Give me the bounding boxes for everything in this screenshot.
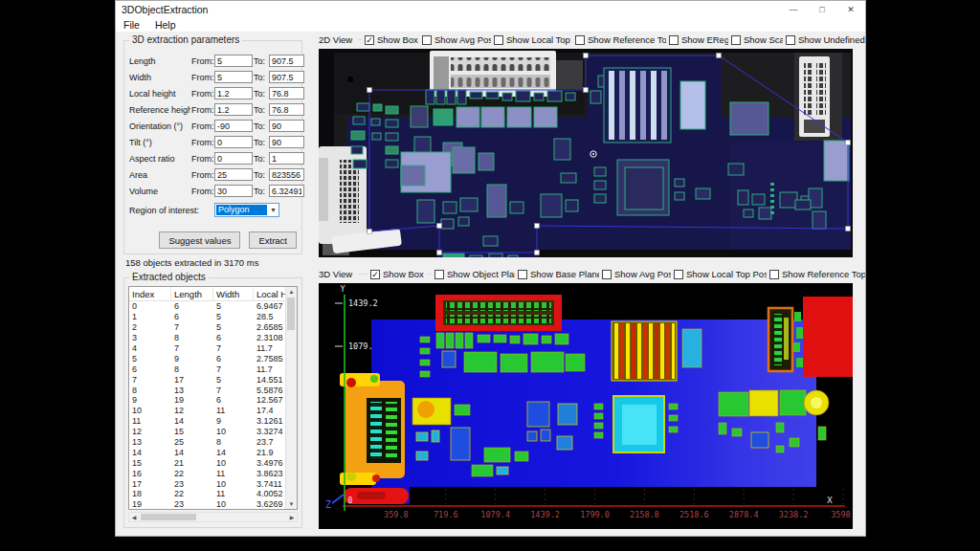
column-header[interactable]: Local H xyxy=(254,287,286,300)
table-row[interactable]: 3862.3108 xyxy=(129,333,297,343)
table-row[interactable]: 1325823.7 xyxy=(129,437,297,448)
checkbox-unchecked-icon[interactable] xyxy=(674,270,683,279)
menu-item-help[interactable]: Help xyxy=(147,19,184,31)
table-row[interactable]: 1923103.6269 xyxy=(129,499,297,510)
table-cell: 7 xyxy=(129,375,171,385)
cyan-chip-3d xyxy=(613,396,664,452)
extract-button[interactable]: Extract xyxy=(249,231,297,249)
checkbox-show-reference-top-pos[interactable]: Show Reference Top Pos. xyxy=(767,267,866,281)
column-header[interactable]: Length xyxy=(171,287,213,300)
close-button[interactable]: ✕ xyxy=(836,1,865,17)
checkbox-unchecked-icon[interactable] xyxy=(731,35,741,45)
param-from-input[interactable] xyxy=(214,185,253,197)
3d-view-canvas[interactable]: 359.8719.61079.41439.21799.02158.82518.6… xyxy=(319,283,853,529)
table-row[interactable]: 68711.7 xyxy=(129,364,297,374)
checkbox-show-undefined[interactable]: Show Undefined xyxy=(783,33,866,47)
checkbox-unchecked-icon[interactable] xyxy=(518,270,527,279)
param-label: Reference height xyxy=(129,105,190,115)
checkbox-unchecked-icon[interactable] xyxy=(786,35,795,45)
param-to-input[interactable] xyxy=(269,185,304,197)
to-label: To: xyxy=(253,56,269,66)
table-row[interactable]: 10121117.4 xyxy=(129,406,297,416)
param-from-input[interactable] xyxy=(214,120,253,132)
checkbox-checked-icon[interactable]: ✓ xyxy=(365,35,374,45)
table-row[interactable]: 919612.567 xyxy=(129,395,297,406)
table-row[interactable]: 717514.551 xyxy=(129,374,297,385)
table-row[interactable]: 1723103.7411 xyxy=(129,478,297,489)
checkbox-unchecked-icon[interactable] xyxy=(602,270,612,279)
param-to-input[interactable] xyxy=(269,120,304,132)
param-from-input[interactable] xyxy=(214,71,253,83)
param-row: Reference heightFrom:To: xyxy=(129,101,299,118)
origin-label: 0 xyxy=(348,496,353,505)
roi-dropdown[interactable]: Polygon ▼ xyxy=(214,203,279,217)
scroll-up-icon[interactable]: ▲ xyxy=(286,287,297,297)
param-from-input[interactable] xyxy=(214,55,253,67)
checkbox-show-box[interactable]: ✓Show Box xyxy=(368,267,427,281)
param-label: Local height xyxy=(129,89,190,99)
table-cell: 18 xyxy=(129,489,171,498)
button-row: Suggest values Extract xyxy=(159,231,297,249)
param-to-input[interactable] xyxy=(269,152,304,165)
checkbox-unchecked-icon[interactable] xyxy=(575,35,585,45)
checkbox-unchecked-icon[interactable] xyxy=(494,35,503,45)
vertical-scrollbar[interactable]: ▲ ▼ xyxy=(285,287,297,509)
checkbox-show-local-top-pos[interactable]: Show Local Top Pos. xyxy=(671,267,774,281)
table-row[interactable]: 1215103.3274 xyxy=(129,427,297,437)
param-from-input[interactable] xyxy=(214,152,253,165)
table-row[interactable]: 0656.9467 xyxy=(129,301,297,312)
param-from-input[interactable] xyxy=(214,136,253,148)
param-from-input[interactable] xyxy=(214,168,253,181)
2d-view-canvas[interactable] xyxy=(319,49,853,257)
param-from-input[interactable] xyxy=(214,103,253,116)
checkbox-unchecked-icon[interactable] xyxy=(422,35,432,45)
menu-item-file[interactable]: File xyxy=(116,19,147,31)
checkbox-show-object-plane[interactable]: Show Object Plane xyxy=(432,267,527,281)
x-axis-tick-label: 3238.2 xyxy=(779,510,809,519)
maximize-button[interactable]: □ xyxy=(808,1,836,17)
vertical-scrollbar-thumb[interactable] xyxy=(287,298,295,330)
dvi-connector-3d xyxy=(340,373,405,485)
checkbox-show-box[interactable]: ✓Show Box xyxy=(362,33,421,47)
column-header[interactable]: Index xyxy=(129,287,171,300)
minimize-button[interactable]: — xyxy=(779,1,808,17)
table-row[interactable]: 81375.5876 xyxy=(129,385,297,395)
scroll-left-icon[interactable]: ◀ xyxy=(129,514,139,520)
param-to-input[interactable] xyxy=(269,71,304,83)
checkbox-show-base-plane[interactable]: Show Base Plane xyxy=(515,267,605,281)
param-row: WidthFrom:To: xyxy=(129,69,299,85)
param-to-input[interactable] xyxy=(269,87,304,99)
from-label: From: xyxy=(190,121,214,131)
chevron-down-icon[interactable]: ▼ xyxy=(268,207,278,213)
checkbox-unchecked-icon[interactable] xyxy=(669,35,679,45)
checkbox-unchecked-icon[interactable] xyxy=(434,270,444,279)
x-axis-tick-label: 1439.2 xyxy=(530,510,560,519)
horizontal-scrollbar-thumb[interactable] xyxy=(141,514,196,520)
checkbox-label: Show Reference Top Pos. xyxy=(782,269,866,279)
scroll-down-icon[interactable]: ▼ xyxy=(286,499,297,509)
table-cell: 5 xyxy=(213,301,254,311)
table-row[interactable]: 1521103.4976 xyxy=(129,457,297,468)
checkbox-checked-icon[interactable]: ✓ xyxy=(370,270,380,279)
suggest-values-button[interactable]: Suggest values xyxy=(159,231,240,249)
column-header[interactable]: Width xyxy=(213,287,254,300)
table-row[interactable]: 2752.6585 xyxy=(129,322,297,333)
table-row[interactable]: 16528.5 xyxy=(129,312,297,322)
param-from-input[interactable] xyxy=(214,87,253,99)
checkbox-unchecked-icon[interactable] xyxy=(769,270,779,279)
horizontal-scrollbar[interactable]: ◀ ▶ xyxy=(128,512,298,522)
scroll-right-icon[interactable]: ▶ xyxy=(287,514,297,520)
param-to-input[interactable] xyxy=(269,136,304,148)
table-row[interactable]: 111493.1261 xyxy=(129,416,297,427)
table-row[interactable]: 14141421.9 xyxy=(129,447,297,457)
table-cell: 11 xyxy=(129,416,171,426)
param-to-input[interactable] xyxy=(269,103,304,116)
table-row[interactable]: 5962.7585 xyxy=(129,353,297,364)
table-cell: 8 xyxy=(171,364,213,374)
param-to-input[interactable] xyxy=(269,168,304,181)
table-row[interactable]: 47711.7 xyxy=(129,343,297,354)
table-row[interactable]: 1622113.8623 xyxy=(129,468,297,478)
table-row[interactable]: 1822114.0052 xyxy=(129,489,297,499)
param-to-input[interactable] xyxy=(269,55,304,67)
table-cell: 14 xyxy=(213,448,254,457)
